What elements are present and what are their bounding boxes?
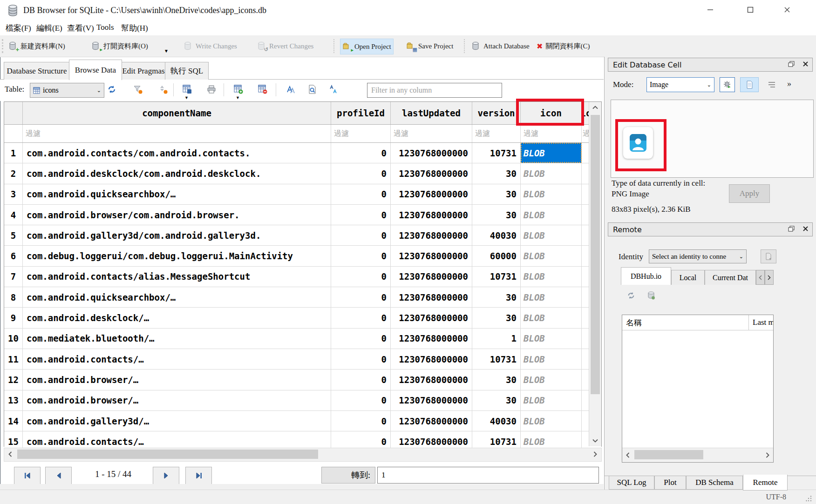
- cell-profileId[interactable]: 0: [331, 390, 391, 410]
- remote-database-list[interactable]: 名稱 Last mo: [622, 315, 774, 463]
- cell-version[interactable]: 30: [472, 390, 521, 410]
- refresh-button[interactable]: [106, 84, 117, 95]
- close-panel-button[interactable]: [801, 225, 809, 232]
- next-page-button[interactable]: [153, 467, 179, 484]
- print-button[interactable]: [206, 84, 217, 95]
- cell-lastUpdated[interactable]: 1230768000000: [391, 390, 472, 410]
- remote-tab-local[interactable]: Local: [671, 270, 705, 285]
- cell-lastUpdated[interactable]: 1230768000000: [391, 329, 472, 349]
- cell-lastUpdated[interactable]: 1230768000000: [391, 370, 472, 390]
- word-wrap-button[interactable]: [765, 77, 778, 92]
- close-window-button[interactable]: [776, 2, 798, 18]
- cell-version[interactable]: 10731: [472, 267, 521, 287]
- delete-record-button[interactable]: [257, 84, 268, 95]
- row-number[interactable]: 11: [4, 349, 23, 369]
- row-number[interactable]: 6: [4, 246, 23, 266]
- cell-icon[interactable]: BLOB: [521, 205, 582, 225]
- first-page-button[interactable]: [14, 467, 41, 484]
- find-in-table-button[interactable]: [306, 84, 318, 95]
- cell-lastUpdated[interactable]: 1230768000000: [391, 287, 472, 307]
- write-changes-button[interactable]: Write Changes: [182, 40, 239, 53]
- remote-refresh-button[interactable]: [627, 291, 635, 300]
- row-number[interactable]: 13: [4, 390, 23, 410]
- cell-version[interactable]: 60000: [472, 246, 521, 266]
- cell-profileId[interactable]: 0: [331, 411, 391, 431]
- cell-profileId[interactable]: 0: [331, 329, 391, 349]
- cell-componentName[interactable]: com.mediatek.bluetooth/…: [23, 329, 331, 349]
- scroll-right-icon[interactable]: [590, 450, 600, 459]
- horizontal-scrollbar-thumb[interactable]: [17, 450, 318, 459]
- cell-lastUpdated[interactable]: 1230768000000: [391, 267, 472, 287]
- remote-list-horizontal-scrollbar[interactable]: [622, 448, 773, 462]
- cell-profileId[interactable]: 0: [331, 308, 391, 328]
- insert-record-dropdown-arrow[interactable]: ▼: [236, 95, 240, 100]
- cell-version[interactable]: 10731: [472, 349, 521, 369]
- cell-componentName[interactable]: com.android.quicksearchbox/…: [23, 287, 331, 307]
- toolbar-overflow-icon[interactable]: »: [787, 79, 791, 89]
- cell-componentName[interactable]: com.android.quicksearchbox/…: [23, 184, 331, 204]
- goto-button[interactable]: 轉到:: [321, 467, 375, 484]
- cell-version[interactable]: 30: [472, 184, 521, 204]
- toolbar-drag-handle[interactable]: [2, 39, 3, 53]
- sort-ba-button[interactable]: [328, 84, 339, 95]
- cell-profileId[interactable]: 0: [331, 349, 391, 369]
- tab-scroll-left-button[interactable]: [756, 270, 765, 285]
- cell-componentName[interactable]: com.android.gallery3d/com.android.galler…: [23, 225, 331, 245]
- mode-select[interactable]: Image ⌄: [646, 77, 714, 92]
- remote-tab-dbhub[interactable]: DBHub.io: [621, 267, 671, 285]
- save-table-button[interactable]: [182, 84, 193, 95]
- cell-icon[interactable]: BLOB: [521, 184, 582, 204]
- cell-version[interactable]: 30: [472, 205, 521, 225]
- close-panel-button[interactable]: [801, 60, 809, 67]
- row-number[interactable]: 8: [4, 287, 23, 307]
- clear-filters-button[interactable]: [132, 84, 143, 95]
- row-number[interactable]: 9: [4, 308, 23, 328]
- cell-profileId[interactable]: 0: [331, 143, 391, 163]
- import-data-button[interactable]: [720, 77, 735, 92]
- tab-database-structure[interactable]: Database Structure: [4, 62, 70, 80]
- maximize-button[interactable]: [739, 2, 762, 18]
- cell-componentName[interactable]: com.android.deskclock/…: [23, 308, 331, 328]
- row-number[interactable]: 10: [4, 329, 23, 349]
- horizontal-scrollbar[interactable]: [4, 448, 602, 462]
- row-number[interactable]: 7: [4, 267, 23, 287]
- cell-icon[interactable]: BLOB: [521, 143, 582, 163]
- cell-lastUpdated[interactable]: 1230768000000: [391, 411, 472, 431]
- cell-version[interactable]: 30: [472, 163, 521, 183]
- row-number[interactable]: 5: [4, 225, 23, 245]
- cell-icon[interactable]: BLOB: [521, 225, 582, 245]
- cell-profileId[interactable]: 0: [331, 370, 391, 390]
- open-project-button[interactable]: ▸ Open Project: [340, 39, 394, 54]
- previous-page-button[interactable]: [45, 467, 72, 484]
- text-mode-button[interactable]: [740, 77, 759, 92]
- cell-icon[interactable]: BLOB: [521, 163, 582, 183]
- cell-icon[interactable]: BLOB: [521, 349, 582, 369]
- cell-icon[interactable]: BLOB: [521, 267, 582, 287]
- cell-icon[interactable]: BLOB: [521, 246, 582, 266]
- filter-partial[interactable]: [582, 125, 589, 142]
- vertical-scrollbar-thumb[interactable]: [591, 115, 600, 394]
- cell-lastUpdated[interactable]: 1230768000000: [391, 225, 472, 245]
- menu-view[interactable]: 查看(V): [65, 23, 96, 34]
- row-number[interactable]: 2: [4, 163, 23, 183]
- open-database-dropdown-arrow[interactable]: ▼: [164, 48, 169, 54]
- cell-profileId[interactable]: 0: [331, 205, 391, 225]
- remote-list-column-modified[interactable]: Last mo: [749, 315, 773, 330]
- cell-componentName[interactable]: com.android.contacts/…: [23, 349, 331, 369]
- revert-changes-button[interactable]: ↺ Revert Changes: [255, 40, 315, 53]
- column-header-componentName[interactable]: componentName: [23, 102, 331, 124]
- filter-any-column-input[interactable]: [367, 83, 502, 98]
- column-header-profileId[interactable]: profileId: [331, 102, 391, 124]
- remote-tab-current-database[interactable]: Current Dat: [705, 270, 756, 285]
- float-panel-button[interactable]: [787, 225, 796, 232]
- row-number[interactable]: 14: [4, 411, 23, 431]
- font-format-button[interactable]: [285, 84, 296, 95]
- scroll-left-icon[interactable]: [623, 450, 632, 460]
- scroll-right-icon[interactable]: [763, 450, 772, 460]
- cell-version[interactable]: 1: [472, 329, 521, 349]
- menu-edit[interactable]: 編輯(E): [34, 23, 64, 34]
- cell-profileId[interactable]: 0: [331, 287, 391, 307]
- resize-grip-icon[interactable]: [806, 496, 812, 502]
- row-number[interactable]: 12: [4, 370, 23, 390]
- remote-list-column-name[interactable]: 名稱: [622, 315, 749, 330]
